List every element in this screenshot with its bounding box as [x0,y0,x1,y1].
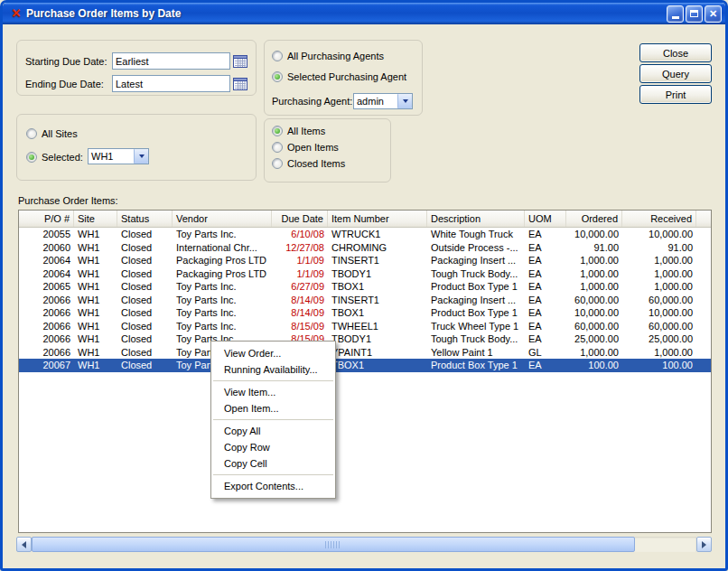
table-cell[interactable]: International Chr... [173,241,272,255]
table-cell[interactable]: 1,000.00 [622,280,696,294]
purchasing-agent-combo[interactable]: admin [353,93,413,109]
table-cell[interactable]: Product Box Type 1 [427,280,525,294]
table-cell[interactable]: EA [525,228,566,241]
table-cell[interactable]: GL [525,346,566,360]
table-cell[interactable]: Closed [117,306,173,320]
table-cell[interactable]: 8/14/09 [272,294,328,307]
column-header-po-number[interactable]: P/O # [19,211,74,227]
table-cell[interactable]: 1,000.00 [622,346,696,360]
table-cell[interactable]: Truck Wheel Type 1 [427,320,525,333]
table-cell[interactable]: WH1 [74,332,117,346]
table-cell[interactable]: 1/1/09 [272,267,328,281]
menu-item-view-order[interactable]: View Order... [211,345,335,361]
table-cell[interactable]: EA [525,306,566,320]
table-cell[interactable]: WH1 [74,294,117,307]
horizontal-scrollbar[interactable] [16,537,712,552]
table-cell[interactable]: WH1 [74,267,117,281]
table-cell[interactable]: 20066 [19,306,74,320]
table-cell[interactable]: Closed [117,267,173,281]
table-cell[interactable]: 8/15/09 [272,320,328,333]
radio-closed-items[interactable]: Closed Items [272,157,345,170]
maximize-button[interactable] [686,5,703,23]
table-cell[interactable]: 6/10/08 [272,228,328,241]
table-cell[interactable]: YPAINT1 [328,346,427,360]
column-header-ordered[interactable]: Ordered [566,211,622,227]
table-cell[interactable]: EA [525,280,566,294]
table-cell[interactable]: 100.00 [566,359,622,372]
starting-due-date-input[interactable] [112,52,230,70]
table-row[interactable]: 20066WH1ClosedToy Parts Inc.YPAINT1Yello… [19,346,711,360]
table-cell[interactable]: 10,000.00 [566,306,622,320]
table-row[interactable]: 20064WH1ClosedPackaging Pros LTD1/1/09TI… [19,254,711,267]
column-header-item-number[interactable]: Item Number [328,211,427,227]
table-cell[interactable]: Toy Parts Inc. [173,294,272,307]
table-cell[interactable]: TINSERT1 [328,254,427,267]
table-row[interactable]: 20066WH1ClosedToy Parts Inc.8/15/09TWHEE… [19,320,711,333]
table-cell[interactable]: 1/1/09 [272,254,328,267]
table-cell[interactable]: 91.00 [622,241,696,255]
table-cell[interactable]: Tough Truck Body... [427,332,525,346]
scroll-left-button[interactable] [16,537,32,552]
table-cell[interactable]: WH1 [74,280,117,294]
menu-item-copy-all[interactable]: Copy All [211,423,335,439]
column-header-site[interactable]: Site [74,211,117,227]
starting-date-calendar-button[interactable] [232,53,248,70]
radio-open-items[interactable]: Open Items [272,141,339,154]
table-cell[interactable]: TBODY1 [328,267,427,281]
table-cell[interactable]: Packaging Insert ... [427,254,525,267]
table-cell[interactable]: Closed [117,359,173,372]
column-header-received[interactable]: Received [622,211,696,227]
table-row[interactable]: 20067WH1ClosedToy Parts Inc.TBOX1Product… [19,359,711,372]
table-cell[interactable]: Packaging Insert ... [427,294,525,307]
table-cell[interactable]: Closed [117,320,173,333]
table-cell[interactable]: 1,000.00 [622,267,696,281]
column-header-status[interactable]: Status [117,211,173,227]
table-cell[interactable]: 10,000.00 [622,306,696,320]
table-cell[interactable]: WH1 [74,306,117,320]
site-combo[interactable]: WH1 [88,148,149,164]
table-cell[interactable]: EA [525,320,566,333]
table-cell[interactable]: 91.00 [566,241,622,255]
table-cell[interactable]: EA [525,332,566,346]
table-cell[interactable]: TBOX1 [328,280,427,294]
table-row[interactable]: 20065WH1ClosedToy Parts Inc.6/27/09TBOX1… [19,280,711,294]
radio-selected-site[interactable]: Selected: [26,151,83,164]
table-cell[interactable]: Toy Parts Inc. [173,280,272,294]
table-cell[interactable]: 1,000.00 [566,267,622,281]
table-cell[interactable]: WH1 [74,228,117,241]
table-cell[interactable]: 20064 [19,267,74,281]
ending-due-date-input[interactable] [112,75,230,92]
column-header-uom[interactable]: UOM [525,211,566,227]
table-cell[interactable]: White Tough Truck [427,228,525,241]
print-button[interactable]: Print [639,85,712,104]
table-cell[interactable]: WH1 [74,320,117,333]
menu-item-copy-row[interactable]: Copy Row [211,439,335,455]
close-button[interactable]: Close [639,43,712,62]
table-cell[interactable]: Toy Parts Inc. [173,228,272,241]
column-header-vendor[interactable]: Vendor [173,211,272,227]
table-cell[interactable]: Packaging Pros LTD [173,267,272,281]
table-cell[interactable]: TBODY1 [328,332,427,346]
table-cell[interactable]: WH1 [74,254,117,267]
query-button[interactable]: Query [639,64,712,83]
table-cell[interactable]: 60,000.00 [566,294,622,307]
table-cell[interactable]: 1,000.00 [622,254,696,267]
table-cell[interactable]: Closed [117,254,173,267]
table-cell[interactable]: 20065 [19,280,74,294]
table-cell[interactable]: 20066 [19,332,74,346]
table-cell[interactable]: Closed [117,228,173,241]
table-cell[interactable]: Yellow Paint 1 [427,346,525,360]
table-row[interactable]: 20060WH1ClosedInternational Chr...12/27/… [19,241,711,255]
table-cell[interactable]: 1,000.00 [566,280,622,294]
table-cell[interactable]: 1,000.00 [566,254,622,267]
minimize-button[interactable] [667,5,684,23]
table-row[interactable]: 20064WH1ClosedPackaging Pros LTD1/1/09TB… [19,267,711,281]
table-cell[interactable]: Closed [117,294,173,307]
radio-selected-purchasing-agent[interactable]: Selected Purchasing Agent [272,70,406,83]
menu-item-export-contents[interactable]: Export Contents... [211,478,335,494]
table-cell[interactable]: 100.00 [622,359,696,372]
ending-date-calendar-button[interactable] [232,76,248,92]
table-cell[interactable]: TINSERT1 [328,294,427,307]
table-row[interactable]: 20055WH1ClosedToy Parts Inc.6/10/08WTRUC… [19,228,711,241]
table-cell[interactable]: WH1 [74,241,117,255]
